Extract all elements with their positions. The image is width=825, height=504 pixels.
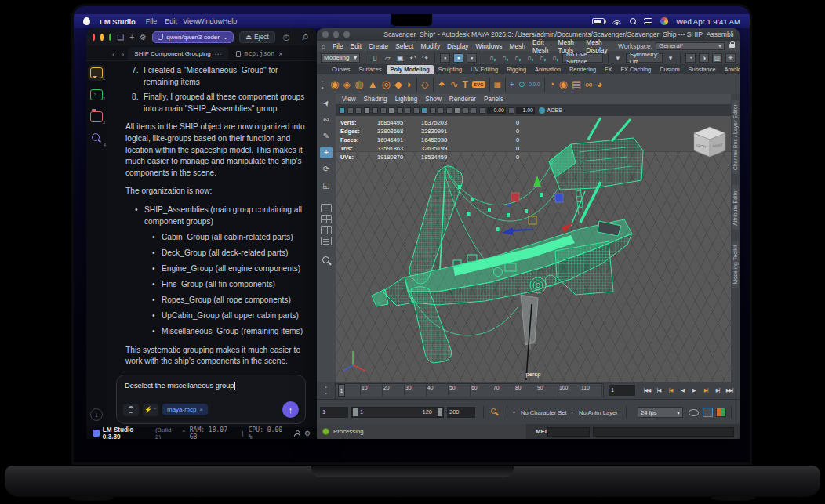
menu-file[interactable]: File [333,42,343,50]
viewport-toolbar-icon[interactable] [339,107,345,114]
chevron-down-icon[interactable]: ▾ [513,409,515,415]
shelf-tab-uv-editing[interactable]: UV Editing [467,65,502,74]
mcp-chip[interactable]: maya-mcp × [162,404,208,415]
close-window-button[interactable] [93,34,95,41]
discover-globe-icon[interactable]: ◴ [281,33,292,42]
shelf-tab-custom[interactable]: Custom [656,65,683,74]
snap-projected-icon[interactable]: ∩ [525,53,534,63]
bridge-icon[interactable]: ▤ [572,79,581,89]
set-key-icon[interactable] [491,408,498,415]
viewport-toolbar-icon[interactable] [463,107,469,114]
shelf-tab-fx[interactable]: FX [601,65,616,74]
viewport-toolbar-icon[interactable] [355,107,362,114]
range-end-handle[interactable] [438,408,442,416]
tab-channel-box[interactable]: Channel Box / Layer Editor [732,100,739,174]
close-icon[interactable]: × [278,50,282,58]
tab-attribute-editor[interactable]: Attribute Editor [732,185,739,230]
bevel-icon[interactable]: ◕ [597,79,603,89]
play-forwards-button[interactable]: ▶ [689,384,700,397]
new-scene-icon[interactable]: ▯ [370,53,380,63]
menu-windows[interactable]: Windows [476,42,503,50]
viewport-toolbar-icon[interactable] [397,107,403,114]
viewport-toolbar-icon[interactable] [508,107,514,114]
time-slider-options[interactable]: ▪▪ [317,382,336,399]
shelf-tab-substance[interactable]: Substance [685,65,720,74]
home-icon[interactable]: ⌂ [322,42,325,50]
two-pane-layout-icon[interactable] [321,226,332,234]
type-tool-icon[interactable]: T [463,80,468,89]
gamma-field[interactable]: 1.00 [516,107,535,114]
plug-button[interactable]: ⚡ ⌃ [143,404,158,416]
nav-forward-icon[interactable]: › [119,49,127,60]
auto-key-icon[interactable] [716,408,726,417]
lasso-tool-icon[interactable]: ∾ [320,114,333,125]
apple-menu-icon[interactable] [83,17,90,25]
chevron-down-icon[interactable]: ▾ [613,53,623,63]
viewport-toolbar-icon[interactable] [405,107,411,114]
developer-wrench-icon[interactable]: ⚲ [298,30,312,44]
panel-menu-shading[interactable]: Shading [364,96,387,103]
viewport-toolbar-icon[interactable] [413,107,420,114]
select-object-icon[interactable]: ▪ [453,53,463,63]
menu-set-select[interactable]: Modeling ▾ [321,53,360,63]
range-slider[interactable]: 1 120 [351,407,444,418]
live-surface-button[interactable]: No Live Surface [562,53,603,63]
spotlight-search-icon[interactable] [630,18,636,24]
menubar-clock[interactable]: Wed Apr 1 9:41 AM [676,17,740,26]
mel-command-input[interactable] [593,427,734,437]
orient-joint-icon[interactable]: ⊙ [518,80,525,89]
render-settings-icon[interactable]: ▥ [712,53,722,63]
snap-grid-icon[interactable]: ∩ [487,53,496,63]
panel-menu-panels[interactable]: Panels [484,96,503,103]
shelf-tab-surfaces[interactable]: Surfaces [354,65,385,74]
fps-select[interactable]: 24 fps ▾ [638,407,683,418]
menu-mesh[interactable]: Mesh [510,42,525,50]
lock-icon[interactable] [729,44,735,48]
wifi-icon[interactable] [612,18,622,25]
zoom-tool-icon[interactable] [322,256,330,264]
tab-chat[interactable]: SHIP Component Grouping ⋯ [128,47,227,60]
chevron-up-icon[interactable]: ⌃ [181,430,187,437]
colorspace-badge[interactable]: ACES [539,107,562,114]
gear-icon[interactable]: ⚙ [304,430,311,437]
viewport-toolbar-icon[interactable] [471,107,477,114]
four-pane-layout-icon[interactable] [321,215,332,223]
exposure-field[interactable]: 0.00 [487,107,506,114]
sweep-mesh-icon[interactable]: ✦ [438,79,446,89]
panel-menu-renderer[interactable]: Renderer [449,96,476,103]
workspace-select[interactable]: General* ▾ [656,42,725,50]
step-forward-key-button[interactable]: ▶| [700,384,711,397]
poly-sphere-icon[interactable]: ◉ [330,79,339,89]
joint-tool-icon[interactable]: + [510,80,514,89]
viewport-toolbar-icon[interactable] [388,107,394,114]
snap-view-icon[interactable]: ∩ [537,53,547,63]
platonic-solid-icon[interactable]: ◇ [421,79,429,89]
tab-modeling-toolkit[interactable]: Modeling Toolkit [732,241,739,288]
shelf-tab-arnold[interactable]: Arnold [721,65,740,74]
menu-create[interactable]: Create [369,42,388,50]
range-start-handle[interactable] [353,408,358,416]
control-center-icon[interactable] [644,18,652,25]
light-editor-icon[interactable]: ✳ [725,53,736,63]
close-icon[interactable]: × [199,406,203,413]
detached-part[interactable] [521,295,538,380]
outliner-layout-icon[interactable] [321,237,332,245]
menu-extra-app-icon[interactable] [660,17,668,25]
extrude-icon[interactable]: ∞ [585,79,592,89]
paint-select-tool-icon[interactable]: ✎ [320,130,333,142]
select-component-icon[interactable]: ▪ [467,53,477,63]
tab-mcp-json[interactable]: mcp.json × [230,47,289,60]
shelf-tab-curves[interactable]: Curves [328,65,354,74]
poly-cylinder-icon[interactable]: ◍ [354,79,363,89]
step-forward-frame-button[interactable]: ▶| [712,384,723,397]
shelf-tab-rendering[interactable]: Rendering [565,65,600,74]
eject-button[interactable]: ⏏ Eject [239,31,275,43]
redo-icon[interactable]: ↷ [420,53,430,63]
poly-cube-icon[interactable]: ◈ [343,79,351,89]
chat-input[interactable]: Deselect the miscellaneous group ⚡ ⌃ may… [116,375,306,424]
svg-tool-icon[interactable]: SVG [472,81,485,88]
save-scene-icon[interactable]: ▣ [395,53,405,63]
poly-plane-icon[interactable]: ◆ [394,79,402,89]
poly-disc-icon[interactable]: ◗ [406,79,412,89]
multi-cut-icon[interactable]: ▦ [494,81,501,89]
